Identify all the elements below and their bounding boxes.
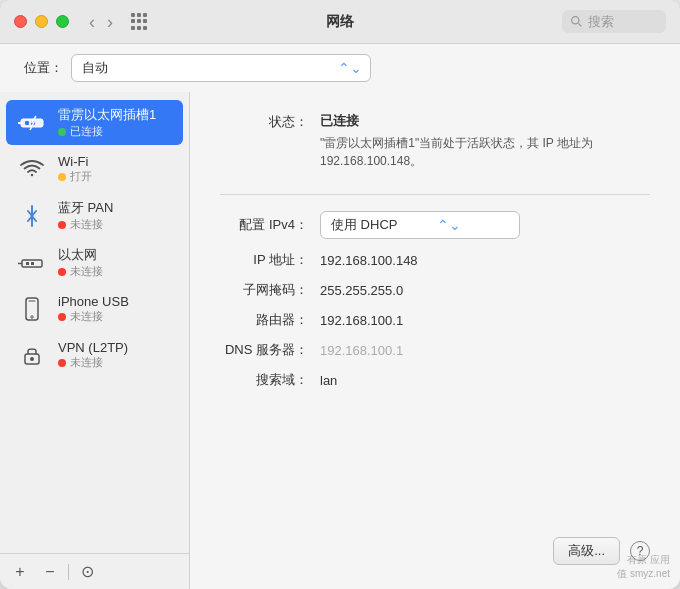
- wifi-name: Wi-Fi: [58, 154, 92, 169]
- svg-rect-9: [26, 262, 29, 265]
- sidebar-list: 雷雳以太网插槽1 已连接: [0, 92, 189, 553]
- location-value: 自动: [82, 59, 332, 77]
- watermark: 有原 应用 值 smyz.net: [617, 553, 670, 581]
- watermark-line2: 值 smyz.net: [617, 567, 670, 581]
- toolbar-divider: [68, 564, 69, 580]
- sidebar-item-bluetooth[interactable]: 蓝牙 PAN 未连接: [6, 193, 183, 238]
- config-ipv4-row: 配置 IPv4： 使用 DHCP ⌃⌄: [220, 211, 650, 239]
- vpn-status: 未连接: [58, 355, 128, 370]
- router-row: 路由器： 192.168.100.1: [220, 311, 650, 329]
- location-select[interactable]: 自动 ⌃⌄: [71, 54, 371, 82]
- titlebar: ‹ › 网络: [0, 0, 680, 44]
- status-connected: 已连接: [320, 112, 650, 130]
- content-row: 雷雳以太网插槽1 已连接: [0, 92, 680, 589]
- dns-row: DNS 服务器： 192.168.100.1: [220, 341, 650, 359]
- ethernet-text: 以太网 未连接: [58, 246, 103, 279]
- watermark-line1: 有原 应用: [617, 553, 670, 567]
- status-value-col: 已连接 "雷雳以太网插槽1"当前处于活跃状态，其 IP 地址为192.168.1…: [320, 112, 650, 170]
- divider: [220, 194, 650, 195]
- iphone-usb-status-dot: [58, 313, 66, 321]
- status-description: "雷雳以太网插槽1"当前处于活跃状态，其 IP 地址为192.168.100.1…: [320, 134, 650, 170]
- svg-line-1: [579, 24, 582, 27]
- sidebar-item-thunderbolt[interactable]: 雷雳以太网插槽1 已连接: [6, 100, 183, 145]
- thunderbolt-status-text: 已连接: [70, 124, 103, 139]
- search-box[interactable]: [562, 10, 666, 33]
- chevron-updown-icon: ⌃⌄: [338, 60, 362, 76]
- sidebar: 雷雳以太网插槽1 已连接: [0, 92, 190, 589]
- thunderbolt-icon: [16, 107, 48, 139]
- search-domain-row: 搜索域： lan: [220, 371, 650, 389]
- search-input[interactable]: [588, 14, 658, 29]
- advanced-button[interactable]: 高级...: [553, 537, 620, 565]
- subnet-label: 子网掩码：: [220, 281, 320, 299]
- dns-label: DNS 服务器：: [220, 341, 320, 359]
- config-ipv4-label: 配置 IPv4：: [220, 216, 320, 234]
- main-content: 位置： 自动 ⌃⌄: [0, 44, 680, 589]
- subnet-value: 255.255.255.0: [320, 283, 650, 298]
- bluetooth-icon: [16, 200, 48, 232]
- forward-button[interactable]: ›: [103, 13, 117, 31]
- location-label: 位置：: [24, 59, 63, 77]
- sidebar-item-ethernet[interactable]: 以太网 未连接: [6, 240, 183, 285]
- subnet-row: 子网掩码： 255.255.255.0: [220, 281, 650, 299]
- ip-row: IP 地址： 192.168.100.148: [220, 251, 650, 269]
- iphone-usb-icon: [16, 293, 48, 325]
- thunderbolt-status-dot: [58, 128, 66, 136]
- iphone-usb-text: iPhone USB 未连接: [58, 294, 129, 324]
- vpn-name: VPN (L2TP): [58, 340, 128, 355]
- iphone-usb-status: 未连接: [58, 309, 129, 324]
- status-label: 状态：: [220, 112, 320, 131]
- vpn-text: VPN (L2TP) 未连接: [58, 340, 128, 370]
- config-ipv4-select[interactable]: 使用 DHCP ⌃⌄: [320, 211, 520, 239]
- search-domain-value: lan: [320, 373, 650, 388]
- sidebar-item-vpn[interactable]: VPN (L2TP) 未连接: [6, 333, 183, 377]
- iphone-usb-status-text: 未连接: [70, 309, 103, 324]
- detail-panel: 状态： 已连接 "雷雳以太网插槽1"当前处于活跃状态，其 IP 地址为192.1…: [190, 92, 680, 589]
- svg-rect-5: [25, 121, 29, 125]
- status-row: 状态： 已连接 "雷雳以太网插槽1"当前处于活跃状态，其 IP 地址为192.1…: [220, 112, 650, 170]
- search-domain-label: 搜索域：: [220, 371, 320, 389]
- thunderbolt-name: 雷雳以太网插槽1: [58, 106, 156, 124]
- ethernet-status-text: 未连接: [70, 264, 103, 279]
- ethernet-status: 未连接: [58, 264, 103, 279]
- svg-point-0: [572, 17, 579, 24]
- ip-label: IP 地址：: [220, 251, 320, 269]
- grid-icon[interactable]: [131, 13, 149, 31]
- back-button[interactable]: ‹: [85, 13, 99, 31]
- wifi-status-dot: [58, 173, 66, 181]
- detail-bottom-bar: 高级... ?: [220, 525, 650, 569]
- wifi-icon: [16, 153, 48, 185]
- ethernet-name: 以太网: [58, 246, 103, 264]
- vpn-status-dot: [58, 359, 66, 367]
- traffic-lights: [14, 15, 69, 28]
- nav-buttons: ‹ ›: [85, 13, 117, 31]
- sidebar-item-iphone-usb[interactable]: iPhone USB 未连接: [6, 287, 183, 331]
- vpn-icon: [16, 339, 48, 371]
- config-ipv4-value: 使用 DHCP: [331, 216, 397, 234]
- minimize-button[interactable]: [35, 15, 48, 28]
- remove-button[interactable]: −: [36, 560, 64, 584]
- window-title: 网络: [326, 13, 354, 31]
- vpn-status-text: 未连接: [70, 355, 103, 370]
- bluetooth-text: 蓝牙 PAN 未连接: [58, 199, 113, 232]
- thunderbolt-status: 已连接: [58, 124, 156, 139]
- svg-point-15: [30, 357, 34, 361]
- sidebar-item-wifi[interactable]: Wi-Fi 打开: [6, 147, 183, 191]
- add-button[interactable]: +: [6, 560, 34, 584]
- close-button[interactable]: [14, 15, 27, 28]
- wifi-text: Wi-Fi 打开: [58, 154, 92, 184]
- maximize-button[interactable]: [56, 15, 69, 28]
- action-button[interactable]: ⊙: [73, 560, 101, 584]
- ethernet-status-dot: [58, 268, 66, 276]
- router-value: 192.168.100.1: [320, 313, 650, 328]
- config-ipv4-chevron-icon: ⌃⌄: [437, 217, 461, 233]
- location-bar: 位置： 自动 ⌃⌄: [0, 44, 680, 92]
- bluetooth-status-dot: [58, 221, 66, 229]
- bluetooth-name: 蓝牙 PAN: [58, 199, 113, 217]
- sidebar-toolbar: + − ⊙: [0, 553, 189, 589]
- iphone-usb-name: iPhone USB: [58, 294, 129, 309]
- bluetooth-status: 未连接: [58, 217, 113, 232]
- thunderbolt-text: 雷雳以太网插槽1 已连接: [58, 106, 156, 139]
- bluetooth-status-text: 未连接: [70, 217, 103, 232]
- search-icon: [570, 15, 583, 28]
